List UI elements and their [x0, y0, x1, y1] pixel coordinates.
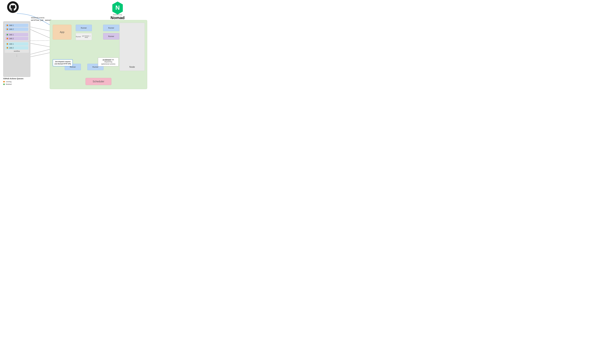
node-panel: Node	[120, 23, 145, 71]
nomad-logo-area: N HashiCorp Nomad	[111, 1, 124, 20]
scheduler-label: Scheduler	[93, 80, 104, 83]
queue-group-1: Job 1 Job 2	[5, 23, 29, 32]
runner-r2: Runner(job finished -> dead)	[76, 33, 92, 40]
runner-r1: Runner	[76, 25, 92, 31]
queue-group3-job2: Job 2	[5, 46, 28, 50]
queue-group1-job1: Job 1	[5, 24, 28, 27]
dot-orange-4	[7, 43, 8, 45]
dot-green-1	[7, 34, 8, 36]
svg-text:N: N	[115, 4, 120, 11]
legend-title: GitHub Actions Queues	[3, 78, 24, 80]
webhook-label: Webhook events workflow_job: queued	[31, 17, 51, 21]
scheduler-box: Scheduler	[86, 78, 111, 85]
app-label: App	[60, 31, 64, 34]
queue-group-3: Job 1 Job 2 workflow	[5, 42, 29, 53]
nomad-hexagon: N	[112, 1, 123, 13]
dispatch-line1: Job dispatch request(via Nomad HTTP API)	[54, 61, 71, 65]
dot-orange-5	[7, 47, 8, 49]
job-label: Job 1	[9, 34, 14, 36]
legend-finished-label: finished	[6, 83, 12, 85]
nomad-title: Nomad	[111, 16, 124, 20]
job-label: Job 1	[9, 24, 14, 26]
webhook-line2: workflow_job: queued	[31, 19, 51, 21]
dot-orange-1	[7, 25, 8, 26]
legend-dot-green	[3, 83, 5, 85]
dispatch-box: Job dispatch request(via Nomad HTTP API)	[53, 59, 73, 66]
ellipsis: ⋮	[5, 54, 29, 57]
webhook-line1: Webhook events	[31, 17, 51, 19]
queue-group-2: Job 1 Job 2	[5, 32, 29, 41]
job-label: Job 2	[9, 37, 14, 40]
diagram-container: N HashiCorp Nomad Webhook events workflo…	[0, 0, 150, 91]
job-label: Job 2	[9, 47, 14, 49]
ondemand-box: on-demand Job dispatching(ephemeral runn…	[98, 58, 119, 66]
runner-r5: Runner	[103, 25, 119, 31]
runner-r6: Runner	[103, 33, 119, 40]
legend: GitHub Actions Queues running finished	[3, 78, 24, 86]
job-label: Job 1	[9, 43, 14, 45]
legend-dot-orange	[3, 81, 5, 82]
queue-group3-job1: Job 1	[5, 42, 28, 46]
dot-orange-2	[7, 28, 8, 30]
job-label: Job 2	[9, 28, 14, 30]
legend-running: running	[3, 81, 24, 83]
nomad-cluster-panel: App Runner Runner(job finished -> dead) …	[50, 20, 147, 89]
workflow-label: workflow	[5, 50, 28, 52]
legend-finished: finished	[3, 83, 24, 85]
github-logo	[7, 1, 19, 13]
legend-running-label: running	[6, 81, 11, 83]
queue-group1-job2: Job 2	[5, 27, 28, 31]
node-label: Node	[120, 66, 145, 68]
svg-point-12	[7, 1, 19, 13]
queue-panel: Job 1 Job 2 Job 1 Job 2 Job 1	[3, 21, 30, 77]
dot-orange-3	[7, 38, 8, 39]
ondemand-text-underline: on-demand	[103, 59, 111, 61]
app-box: App	[53, 25, 71, 40]
queue-group2-job2: Job 2	[5, 37, 28, 40]
queue-group2-job1: Job 1	[5, 33, 28, 36]
